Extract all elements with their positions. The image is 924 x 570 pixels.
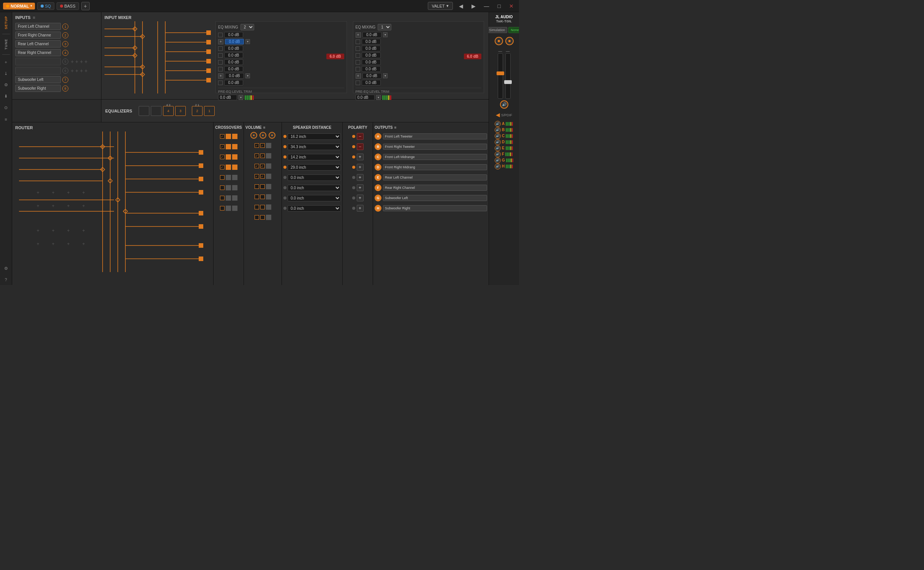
xover-sq-7b[interactable]: [232, 195, 237, 201]
vol-check-7b[interactable]: [260, 205, 265, 209]
forward-button[interactable]: ▶: [469, 2, 478, 10]
xover-sq-6b[interactable]: [232, 185, 237, 190]
sidebar-icon-help[interactable]: ?: [2, 275, 11, 284]
eq-left-plus-2[interactable]: +: [218, 39, 223, 44]
xover-sq-8b[interactable]: [232, 206, 237, 211]
eq-right-arr-7[interactable]: ▾: [383, 73, 388, 78]
sidebar-icon-gear[interactable]: ⚙: [2, 264, 11, 273]
spk-select-5[interactable]: 0.0 inch: [288, 174, 341, 181]
xover-sq-5a[interactable]: [226, 175, 231, 180]
vol-check-5[interactable]: [255, 184, 259, 189]
vol-sq-7[interactable]: [266, 204, 271, 210]
back-button[interactable]: ◀: [457, 2, 465, 10]
vol-check-3b[interactable]: [260, 164, 265, 168]
eq-mixing-left-select[interactable]: 213: [240, 24, 254, 30]
input-channel-8[interactable]: Subwoofer Right: [15, 85, 61, 92]
eq-mixing-right-select[interactable]: 12: [378, 24, 391, 30]
xover-check-7[interactable]: [220, 196, 225, 200]
eq-box-empty-2[interactable]: [151, 106, 161, 116]
spk-select-8[interactable]: 0.0 inch: [288, 205, 341, 212]
vol-check-4b[interactable]: [260, 174, 265, 179]
maximize-button[interactable]: □: [495, 2, 503, 10]
eq-left-check-5[interactable]: [218, 60, 223, 65]
spk-select-7[interactable]: 0.0 inch: [288, 195, 341, 201]
pol-btn-6[interactable]: +: [357, 184, 364, 191]
vol-check-8[interactable]: [255, 215, 259, 220]
xover-sq-2b[interactable]: [232, 144, 237, 149]
eq-right-check-6[interactable]: [356, 67, 360, 71]
pol-btn-2[interactable]: −: [357, 143, 364, 150]
simulation-button[interactable]: Simulation: [487, 27, 507, 33]
eq-right-trim-arrow[interactable]: ▾: [376, 95, 381, 100]
pol-btn-4[interactable]: +: [357, 164, 364, 171]
input-channel-4[interactable]: Rear Right Channel: [15, 49, 61, 56]
valet-button[interactable]: VALET ▾: [428, 2, 453, 10]
eq-right-plus-1[interactable]: +: [356, 32, 361, 38]
xover-check-6[interactable]: [220, 185, 225, 190]
xover-check-5[interactable]: [220, 175, 225, 180]
sidebar-tab-setup[interactable]: SETUP: [3, 14, 9, 32]
eq-right-check-5[interactable]: [356, 60, 360, 65]
eq-left-arr-7[interactable]: ▾: [245, 73, 250, 78]
vol-knob-1[interactable]: [250, 132, 257, 139]
spk-select-1[interactable]: 16.2 inch: [288, 133, 341, 140]
none-button[interactable]: None: [508, 27, 519, 33]
sidebar-icon-history[interactable]: ⊙: [2, 103, 11, 112]
xover-check-3[interactable]: [220, 155, 225, 159]
xover-sq-4b[interactable]: [232, 165, 237, 170]
eq-box-empty-1[interactable]: [139, 106, 149, 116]
rs-knob-right[interactable]: [505, 37, 514, 45]
spk-select-3[interactable]: 14.2 inch: [288, 154, 341, 160]
xover-sq-7a[interactable]: [226, 195, 231, 201]
eq-left-check-3[interactable]: [218, 46, 223, 51]
vol-check-5b[interactable]: [260, 184, 265, 189]
input-channel-1[interactable]: Front Left Channel: [15, 23, 61, 30]
rs-fader-left[interactable]: [498, 53, 503, 99]
spk-select-4[interactable]: 29.0 inch: [288, 164, 341, 171]
eq-left-trim-arrow[interactable]: ▾: [239, 95, 243, 100]
eq-right-check-8[interactable]: [356, 81, 360, 85]
xover-sq-8a[interactable]: [226, 206, 231, 211]
eq-left-check-8[interactable]: [218, 81, 223, 85]
rs-knob-left[interactable]: [495, 37, 503, 45]
spk-select-6[interactable]: 0.0 inch: [288, 185, 341, 191]
ch-vol-D[interactable]: 🔊: [495, 139, 501, 145]
sidebar-icon-download[interactable]: ⤓: [2, 69, 11, 78]
vol-check-8b[interactable]: [260, 215, 265, 220]
spk-select-2[interactable]: 34.3 inch: [288, 144, 341, 150]
vol-check-7[interactable]: [255, 205, 259, 209]
minimize-button[interactable]: —: [482, 2, 492, 10]
xover-check-2[interactable]: [220, 144, 225, 149]
eq-box-2[interactable]: 2 1 2: [192, 106, 203, 116]
sidebar-icon-list[interactable]: ≡: [2, 115, 11, 124]
vol-check-6[interactable]: [255, 195, 259, 199]
vol-sq-8[interactable]: [266, 215, 271, 220]
xover-sq-4a[interactable]: [226, 165, 231, 170]
xover-check-4[interactable]: [220, 165, 225, 169]
sidebar-icon-download2[interactable]: ⬇: [2, 92, 11, 101]
vol-check-2b[interactable]: [260, 154, 265, 158]
pol-btn-3[interactable]: +: [357, 154, 364, 160]
pol-btn-1[interactable]: −: [357, 133, 364, 140]
sidebar-icon-settings[interactable]: ⚙: [2, 81, 11, 90]
volume-icon[interactable]: 🔊: [500, 100, 508, 109]
input-channel-2[interactable]: Front Right Channe: [15, 32, 61, 39]
ch-vol-C[interactable]: 🔊: [495, 133, 501, 139]
vol-sq-5[interactable]: [266, 184, 271, 189]
bass-button[interactable]: BASS: [57, 2, 79, 10]
eq-box-1[interactable]: 1: [204, 106, 215, 116]
add-tab-button[interactable]: +: [81, 2, 90, 10]
vol-sq-6[interactable]: [266, 194, 271, 200]
ch-vol-A[interactable]: 🔊: [495, 121, 501, 127]
vol-knob-2[interactable]: [259, 132, 266, 139]
ch-vol-B[interactable]: 🔊: [495, 127, 501, 133]
vol-sq-4[interactable]: [266, 174, 271, 179]
vol-check-2[interactable]: [255, 154, 259, 158]
vol-check-1[interactable]: [255, 143, 259, 148]
xover-sq-5b[interactable]: [232, 175, 237, 180]
ch-vol-G[interactable]: 🔊: [495, 157, 501, 163]
pol-btn-7[interactable]: +: [357, 195, 364, 201]
eq-left-check-6[interactable]: [218, 67, 223, 71]
vol-sq-2[interactable]: [266, 153, 271, 158]
eq-right-check-2[interactable]: [356, 40, 360, 44]
